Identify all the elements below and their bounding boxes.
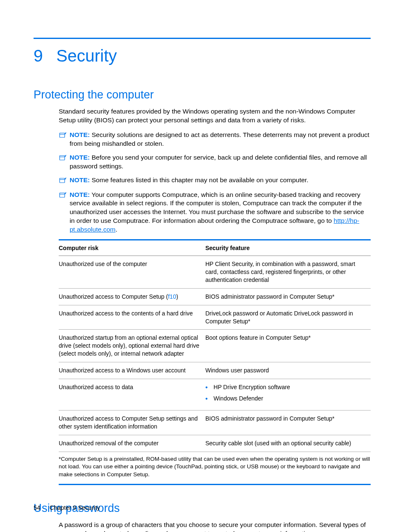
feature-cell: HP Client Security, in combination with … — [205, 256, 371, 289]
svg-rect-1 — [60, 155, 65, 160]
svg-rect-0 — [60, 133, 65, 137]
table-row: Unauthorized removal of the computer Sec… — [59, 435, 371, 452]
note-text-pre: Your computer supports Computrace, which… — [70, 191, 364, 225]
table-footnote: *Computer Setup is a preinstalled, ROM-b… — [59, 452, 371, 486]
intro-paragraph: Standard security features provided by t… — [59, 107, 371, 125]
risk-cell: Unauthorized access to data — [59, 379, 205, 411]
table-row: Unauthorized access to the contents of a… — [59, 305, 371, 330]
feature-cell: DriveLock password or Automatic DriveLoc… — [205, 305, 371, 330]
chapter-top-rule — [34, 38, 371, 39]
note-label: NOTE: — [70, 176, 90, 183]
note-icon — [59, 154, 66, 163]
risk-cell: Unauthorized access to the contents of a… — [59, 305, 205, 330]
table-row: Unauthorized access to Computer Setup (f… — [59, 288, 371, 305]
table-row: Unauthorized access to Computer Setup se… — [59, 410, 371, 435]
note-icon — [59, 191, 66, 200]
passwords-paragraph: A password is a group of characters that… — [59, 521, 371, 532]
note-label: NOTE: — [70, 131, 90, 138]
feature-cell: BIOS administrator password in Computer … — [205, 288, 371, 305]
table-row: Unauthorized access to a Windows user ac… — [59, 362, 371, 379]
chapter-number: 9 — [34, 46, 43, 65]
footer-breadcrumb: Chapter 9 Security — [49, 504, 100, 511]
feature-cell: •HP Drive Encryption software •Windows D… — [205, 379, 371, 411]
chapter-title: Security — [56, 46, 117, 65]
note-icon — [59, 176, 66, 186]
table-row: Unauthorized access to data •HP Drive En… — [59, 379, 371, 411]
svg-rect-3 — [60, 193, 65, 197]
note-item: NOTE: Your computer supports Computrace,… — [59, 191, 371, 235]
section1-body: Standard security features provided by t… — [59, 107, 371, 485]
note-text: Some features listed in this chapter may… — [92, 176, 309, 183]
table-row: Unauthorized startup from an optional ex… — [59, 330, 371, 362]
risk-cell: Unauthorized access to Computer Setup se… — [59, 410, 205, 435]
note-text: Security solutions are designed to act a… — [70, 131, 369, 147]
risk-cell: Unauthorized use of the computer — [59, 256, 205, 289]
table-header-risk: Computer risk — [59, 240, 205, 256]
risk-cell: Unauthorized access to a Windows user ac… — [59, 362, 205, 379]
note-text-post: . — [115, 226, 117, 233]
f10-key: f10 — [168, 293, 176, 300]
risk-cell: Unauthorized access to Computer Setup (f… — [59, 288, 205, 305]
risk-cell: Unauthorized removal of the computer — [59, 435, 205, 452]
section2-body: A password is a group of characters that… — [59, 521, 371, 532]
bullet-text: Windows Defender — [213, 395, 263, 403]
risk-cell: Unauthorized startup from an optional ex… — [59, 330, 205, 362]
feature-cell: Boot options feature in Computer Setup* — [205, 330, 371, 362]
note-item: NOTE: Some features listed in this chapt… — [59, 176, 371, 186]
bullet-icon: • — [205, 395, 208, 402]
bullet-icon: • — [205, 384, 208, 391]
feature-cell: Windows user password — [205, 362, 371, 379]
page-number: 54 — [34, 504, 40, 511]
feature-cell: Security cable slot (used with an option… — [205, 435, 371, 452]
feature-cell: BIOS administrator password in Computer … — [205, 410, 371, 435]
table-header-feature: Security feature — [205, 240, 371, 256]
note-item: NOTE: Security solutions are designed to… — [59, 131, 371, 148]
note-item: NOTE: Before you send your computer for … — [59, 153, 371, 171]
section-heading-protecting: Protecting the computer — [34, 88, 371, 101]
risk-feature-table: Computer risk Security feature Unauthori… — [59, 239, 371, 452]
bullet-text: HP Drive Encryption software — [213, 383, 290, 391]
note-label: NOTE: — [70, 191, 90, 198]
note-text: Before you send your computer for servic… — [70, 154, 367, 170]
note-icon — [59, 131, 66, 140]
note-label: NOTE: — [70, 154, 90, 161]
svg-rect-2 — [60, 178, 65, 183]
table-row: Unauthorized use of the computer HP Clie… — [59, 256, 371, 289]
page-footer: 54 Chapter 9 Security — [34, 504, 100, 511]
chapter-heading: 9 Security — [34, 46, 371, 65]
